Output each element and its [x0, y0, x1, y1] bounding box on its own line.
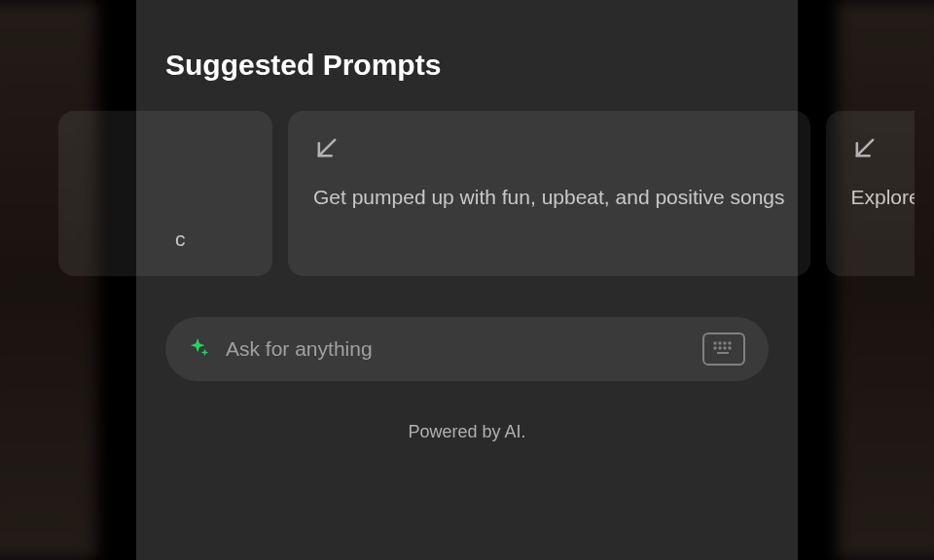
app-panel: Suggested Prompts c Get pumped up with f…: [136, 0, 798, 560]
svg-point-6: [714, 347, 716, 349]
background-blur-left: [0, 0, 97, 560]
svg-point-3: [719, 342, 721, 344]
background-blur-right: [837, 0, 934, 560]
svg-point-7: [719, 347, 721, 349]
prompt-cards-carousel[interactable]: c Get pumped up with fun, upbeat, and po…: [58, 111, 915, 276]
keyboard-icon: [709, 337, 738, 361]
svg-line-0: [319, 140, 335, 156]
sparkle-icon: [189, 336, 210, 362]
footer-text: Powered by AI.: [136, 422, 798, 442]
svg-line-1: [856, 140, 872, 156]
prompt-card-text: c: [175, 225, 247, 253]
prompt-card[interactable]: Explore a ni Witch Hous: [826, 111, 916, 276]
arrow-down-left-icon: [851, 134, 916, 165]
svg-point-2: [714, 342, 716, 344]
page-title: Suggested Prompts: [136, 0, 798, 82]
prompt-card-text: Get pumped up with fun, upbeat, and posi…: [313, 183, 785, 211]
keyboard-button[interactable]: [702, 332, 745, 366]
svg-point-4: [724, 342, 726, 344]
input-placeholder: Ask for anything: [226, 337, 687, 361]
prompt-card-text: Explore a ni Witch Hous: [851, 183, 916, 211]
svg-point-8: [724, 347, 726, 349]
prompt-card[interactable]: Get pumped up with fun, upbeat, and posi…: [288, 111, 810, 276]
prompt-card[interactable]: c: [58, 111, 272, 276]
arrow-down-left-icon: [313, 134, 785, 165]
svg-point-9: [729, 347, 731, 349]
ask-input[interactable]: Ask for anything: [165, 317, 769, 381]
svg-point-5: [729, 342, 731, 344]
